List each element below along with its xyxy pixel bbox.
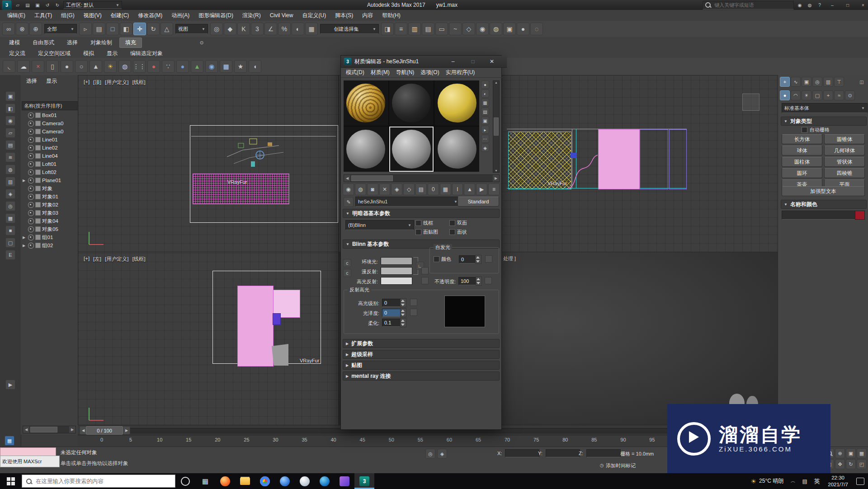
menu-item[interactable]: 组(G) — [57, 10, 79, 21]
tray-clock[interactable]: 22:30 2021/7/7 — [823, 475, 853, 488]
ambient-color-swatch[interactable] — [381, 257, 412, 265]
visibility-eye-icon[interactable] — [28, 226, 34, 232]
face-map-checkbox-row[interactable]: 面贴图 — [415, 229, 438, 235]
select-and-scale-icon[interactable]: △ — [160, 23, 173, 35]
assign-material-to-selection-icon[interactable]: ◙ — [367, 183, 378, 195]
geosphere-icon[interactable]: ◉ — [205, 60, 218, 73]
percent-snap-icon[interactable]: % — [278, 23, 291, 35]
viewport-shading-menu[interactable]: [线框] — [132, 79, 145, 86]
visibility-eye-icon[interactable] — [28, 161, 34, 167]
primitive-button[interactable]: 球体 — [782, 146, 822, 155]
get-material-icon[interactable]: ◉ — [343, 183, 354, 195]
help-search-box[interactable] — [703, 1, 794, 9]
taskbar-search-input[interactable] — [22, 475, 175, 488]
dotted-grid-icon[interactable]: ⋮⋮ — [133, 60, 146, 73]
scroll-up-icon[interactable]: ▲ — [495, 81, 498, 84]
explorer-tool-icon-1[interactable]: ▣ — [5, 91, 15, 101]
text-plus-button[interactable]: 加强型文本 — [782, 186, 865, 196]
ribbon-tab[interactable]: 建模 — [4, 38, 25, 47]
menu-item[interactable]: 修改器(M) — [133, 10, 167, 21]
two-sided-checkbox[interactable] — [449, 220, 455, 226]
visibility-eye-icon[interactable] — [28, 218, 34, 224]
show-map-in-viewport-icon[interactable]: ▦ — [440, 183, 451, 195]
rendered-frame-window-icon[interactable]: ▣ — [503, 23, 516, 35]
object-list-item[interactable]: ▶ 组01 — [22, 233, 77, 241]
star-shape-icon[interactable]: ★ — [234, 60, 247, 73]
spheres-gray-icon[interactable]: ● — [61, 60, 73, 73]
sample-horizontal-scrollbar[interactable]: ◀ ▶ — [344, 174, 500, 182]
next-frame-icon[interactable]: ▶ — [123, 426, 130, 435]
make-preview-icon[interactable]: ▸ — [481, 126, 489, 134]
spinner-snap-icon[interactable]: ◐ — [292, 23, 304, 35]
object-list-item[interactable]: 对象05 — [22, 225, 77, 233]
menu-item[interactable]: 编辑(E) — [3, 10, 30, 21]
explorer-tool-icon-2[interactable]: ◧ — [5, 103, 15, 113]
material-editor-window[interactable]: 3 材质编辑器 - heSeJinShu1 – □ ✕ 模式(D)材质(M)导航… — [340, 55, 502, 430]
minimize-button[interactable]: – — [826, 1, 839, 9]
object-list-item[interactable]: Line04 — [22, 152, 77, 160]
soften-spinner[interactable] — [400, 318, 406, 327]
pan-hand-icon[interactable]: ◟ — [3, 60, 15, 73]
primitive-button[interactable]: 几何球体 — [824, 146, 865, 155]
explorer-tool-icon-7[interactable]: ◍ — [5, 165, 15, 174]
maximize-viewport-toggle-icon[interactable]: ◰ — [857, 459, 867, 469]
modify-tab-icon[interactable]: ∿ — [791, 77, 801, 87]
scroll-right-icon[interactable]: ▶ — [493, 175, 499, 182]
schematic-view-icon[interactable]: ◇ — [462, 23, 475, 35]
cone-primitive-icon[interactable]: ▲ — [90, 60, 102, 73]
specular-level-map-button[interactable] — [410, 299, 417, 306]
scroll-thumb[interactable] — [351, 175, 393, 181]
explorer-tool-icon-11[interactable]: ▦ — [5, 213, 15, 223]
shader-type-dropdown[interactable]: (B)Blinn▼ — [345, 220, 414, 230]
taskbar-app-blue[interactable] — [275, 473, 295, 489]
render-setup-icon[interactable]: ◍ — [490, 23, 502, 35]
create-tab-icon[interactable]: + — [780, 77, 790, 87]
material-options-icon[interactable]: ≡ — [488, 183, 500, 195]
material-id-channel-icon[interactable]: 0 — [428, 183, 439, 195]
expand-arrow-icon[interactable]: ▶ — [23, 235, 27, 240]
sample-tiling-icon[interactable]: ▤ — [481, 108, 489, 116]
lock-ambient-diffuse-icon[interactable]: c — [343, 259, 351, 267]
taskbar-app-edge[interactable] — [315, 473, 335, 489]
self-illumination-spinner[interactable] — [475, 255, 481, 264]
specular-map-button[interactable] — [421, 277, 429, 284]
mini-curve-editor-icon[interactable]: ▦ — [5, 436, 14, 446]
glossiness-spinner[interactable] — [400, 308, 406, 317]
wire-checkbox-row[interactable]: 线框 — [415, 220, 433, 226]
lock-diffuse-specular-icon[interactable]: c — [343, 269, 351, 277]
viewport-pov-menu[interactable]: [用户定义] — [105, 256, 128, 263]
rectangular-selection-region-icon[interactable]: □ — [106, 23, 119, 35]
menu-item[interactable]: 视图(V) — [79, 10, 106, 21]
window-crossing-icon[interactable]: ◧ — [120, 23, 132, 35]
explorer-tab[interactable]: 显示 — [42, 76, 61, 86]
explorer-tool-icon-3[interactable]: ◉ — [5, 116, 15, 126]
faceted-checkbox[interactable] — [449, 229, 455, 235]
action-center-button[interactable] — [853, 473, 868, 489]
expand-arrow-icon[interactable]: ▶ — [23, 179, 27, 183]
object-list-item[interactable]: Camera0 — [22, 119, 77, 127]
ribbon-panel-tab[interactable]: 模拟 — [78, 49, 99, 58]
zoom-all-icon[interactable]: ⊕ — [835, 448, 845, 458]
viewport-menu-plus[interactable]: [+] — [84, 256, 90, 263]
sample-slot-4[interactable] — [344, 127, 388, 172]
sort-header[interactable]: 名称(按升序排序) — [22, 101, 80, 110]
go-forward-to-sibling-icon[interactable]: ▶ — [476, 183, 487, 195]
menu-item[interactable]: 自定义(U) — [297, 10, 330, 21]
primitive-category-dropdown[interactable]: 标准基本体▼ — [782, 103, 868, 113]
visibility-eye-icon[interactable] — [28, 186, 34, 192]
selection-lock-icon[interactable]: ◈ — [437, 449, 447, 459]
glossiness-map-button[interactable] — [410, 309, 417, 316]
curve-editor-icon[interactable]: ~ — [449, 23, 462, 35]
tree-foliage-icon[interactable]: ▲ — [191, 60, 203, 73]
use-center-icon[interactable]: ◎ — [210, 23, 223, 35]
cortana-button[interactable] — [175, 473, 195, 489]
ribbon-tab[interactable]: 填充 — [119, 38, 142, 48]
taskbar-search[interactable] — [22, 475, 175, 488]
add-time-tag[interactable]: 添加时间标记 — [606, 462, 636, 469]
systems-category-icon[interactable]: ⊙ — [845, 90, 855, 100]
ribbon-panel-tab[interactable]: 定义空间区域 — [33, 49, 76, 58]
isolate-selection-icon[interactable]: ◎ — [425, 449, 435, 459]
helpers-category-icon[interactable]: + — [823, 90, 833, 100]
edit-named-selection-sets-icon[interactable]: ▦ — [305, 23, 318, 35]
selection-filter-dropdown[interactable]: 全部▼ — [44, 24, 77, 34]
